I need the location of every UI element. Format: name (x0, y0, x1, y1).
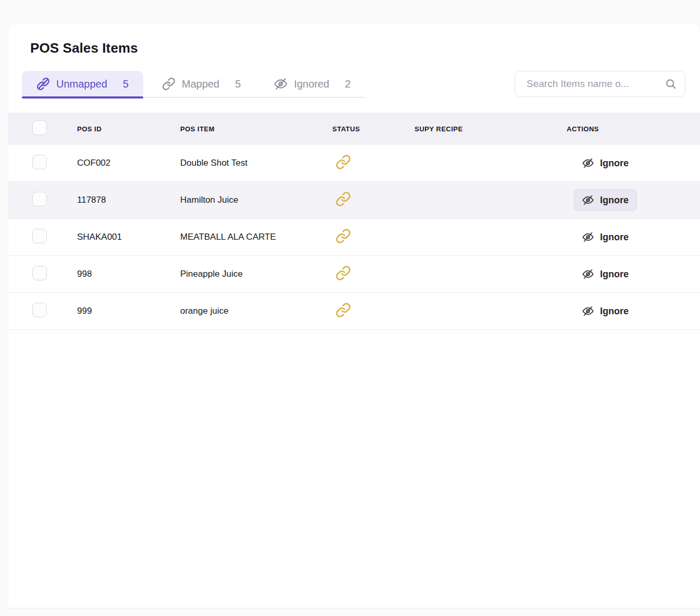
table-row: 998 Pineapple Juice Ignore (8, 256, 700, 293)
tab-mapped[interactable]: Mapped 5 (147, 71, 255, 97)
link-status-icon[interactable] (335, 154, 351, 170)
tabs: Unmapped 5 Mapped 5 Ignored 2 (22, 71, 365, 97)
tab-label: Ignored (294, 78, 329, 90)
pos-item-cell: Pineapple Juice (180, 269, 332, 279)
eye-off-icon (274, 77, 288, 91)
ignore-button[interactable]: Ignore (574, 152, 637, 174)
pos-item-cell: orange juice (180, 306, 332, 316)
ignore-label: Ignore (600, 195, 629, 206)
row-checkbox[interactable] (32, 155, 47, 169)
row-checkbox[interactable] (32, 229, 47, 243)
pos-item-cell: MEATBALL ALA CARTE (180, 232, 332, 242)
page-title: POS Sales Items (30, 40, 685, 56)
pos-id-cell: 117878 (77, 195, 180, 205)
pos-id-cell: SHAKA001 (77, 232, 180, 242)
tab-count: 2 (345, 78, 351, 90)
pos-id-cell: 999 (77, 306, 180, 316)
column-header-pos-id: POS ID (77, 125, 180, 133)
eye-off-icon (582, 305, 594, 317)
row-checkbox[interactable] (32, 192, 47, 206)
ignore-button[interactable]: Ignore (574, 263, 637, 285)
ignore-label: Ignore (600, 158, 629, 169)
pos-item-cell: Double Shot Test (180, 158, 332, 168)
ignore-button[interactable]: Ignore (574, 189, 637, 211)
header-checkbox-cell (8, 120, 77, 137)
pos-sales-items-card: POS Sales Items Unmapped 5 Mapped 5 (8, 23, 700, 608)
tab-label: Mapped (182, 78, 219, 90)
table-row: COF002 Double Shot Test Ignore (8, 145, 700, 182)
link-status-icon[interactable] (335, 265, 351, 281)
pos-item-cell: Hamilton Juice (180, 195, 332, 205)
row-checkbox[interactable] (32, 266, 47, 280)
tab-label: Unmapped (56, 78, 107, 90)
tab-count: 5 (123, 78, 129, 90)
ignore-label: Ignore (600, 232, 629, 243)
pos-items-table: POS ID POS ITEM STATUS SUPY RECIPE ACTIO… (8, 113, 700, 330)
link-icon (162, 77, 176, 91)
table-header-row: POS ID POS ITEM STATUS SUPY RECIPE ACTIO… (8, 113, 700, 145)
table-row: 999 orange juice Ignore (8, 293, 700, 330)
row-checkbox[interactable] (32, 303, 47, 317)
column-header-pos-item: POS ITEM (180, 125, 332, 133)
column-header-status: STATUS (332, 125, 415, 133)
column-header-supy-recipe: SUPY RECIPE (415, 125, 567, 133)
pos-id-cell: COF002 (77, 158, 180, 168)
eye-off-icon (582, 231, 594, 243)
link-status-icon[interactable] (335, 302, 351, 318)
pos-id-cell: 998 (77, 269, 180, 279)
tabs-and-search-row: Unmapped 5 Mapped 5 Ignored 2 (22, 71, 685, 97)
eye-off-icon (582, 194, 594, 206)
unlink-icon (36, 77, 50, 91)
table-row: 117878 Hamilton Juice Ignore (8, 182, 700, 219)
card-header: POS Sales Items Unmapped 5 Mapped 5 (8, 23, 700, 97)
column-header-actions: ACTIONS (567, 125, 700, 133)
search-box (515, 71, 685, 97)
search-icon (665, 78, 677, 90)
eye-off-icon (582, 268, 594, 280)
ignore-label: Ignore (600, 306, 629, 317)
eye-off-icon (582, 157, 594, 169)
tab-ignored[interactable]: Ignored 2 (259, 71, 365, 97)
link-status-icon[interactable] (335, 191, 351, 207)
ignore-button[interactable]: Ignore (574, 300, 637, 322)
ignore-button[interactable]: Ignore (574, 226, 637, 248)
search-input[interactable] (526, 78, 665, 90)
link-status-icon[interactable] (335, 228, 351, 244)
tab-unmapped[interactable]: Unmapped 5 (22, 71, 143, 97)
table-row: SHAKA001 MEATBALL ALA CARTE Ignore (8, 219, 700, 256)
select-all-checkbox[interactable] (32, 120, 47, 135)
tab-count: 5 (235, 78, 241, 90)
ignore-label: Ignore (600, 269, 629, 280)
